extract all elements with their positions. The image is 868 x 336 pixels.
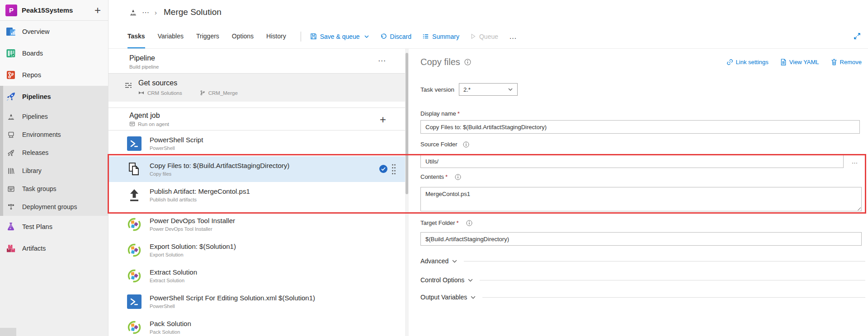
info-icon[interactable] [464,59,471,65]
task-row-power-devops-tool-installer[interactable]: Power DevOps Tool InstallerPower DevOps … [108,211,406,237]
sidebar-item-library[interactable]: Library [0,162,108,180]
sidebar-item-overview[interactable]: Overview [0,21,108,42]
power-devops-icon [127,243,142,258]
sidebar-item-label: Deployment groups [22,203,77,210]
target-folder-label: Target Folder* [420,219,472,226]
toolbar-more-button[interactable]: … [509,32,518,41]
task-version-dropdown[interactable]: 2.* [459,83,518,96]
play-icon [470,33,476,39]
drag-handle[interactable] [392,163,396,175]
link-settings-button[interactable]: Link settings [726,59,769,65]
display-name-input[interactable] [420,120,860,134]
fullscreen-icon[interactable] [854,33,861,40]
azure-devops-pipeline-editor: P Peak15Systems + Overview Boards Repos … [0,0,868,336]
page-title: Merge Solution [164,7,222,17]
sidebar-item-releases[interactable]: Releases [0,144,108,162]
task-list-scrollbar[interactable] [405,49,409,336]
info-icon[interactable] [463,141,469,148]
display-name-label: Display name* [420,110,460,117]
sources-icon [124,81,133,102]
task-row-export-solution[interactable]: Export Solution: $(Solution1)Export Solu… [108,237,406,263]
section-control-options[interactable]: Control Options [420,275,865,285]
artifacts-icon [5,243,16,254]
sidebar-pipelines-group: Pipelines Pipelines Environments Release… [0,86,108,216]
content-area: Pipeline Build pipeline ⋯ Get sources CR… [108,49,868,336]
agent-job-header[interactable]: Agent job Run on agent + [108,107,406,131]
tab-triggers[interactable]: Triggers [196,24,219,48]
sidebar-item-label: Repos [22,71,41,79]
contents-textarea[interactable]: MergeContol.ps1 [420,187,862,211]
section-output-variables[interactable]: Output Variables [420,292,865,303]
publish-artifact-icon [127,187,142,203]
branch-name: CRM_Merge [208,90,238,96]
breadcrumb-more-button[interactable]: ⋯ [142,8,150,17]
pipeline-subtitle: Build pipeline [129,64,406,70]
task-enabled-check-icon[interactable] [379,164,388,173]
task-row-extract-solution[interactable]: Extract SolutionExtract Solution [108,263,406,289]
sidebar-item-test-plans[interactable]: Test Plans [0,216,108,238]
task-row-powershell-script[interactable]: PowerShell ScriptPowerShell [108,131,406,156]
project-logo: P [5,5,17,16]
test-plans-icon [5,221,16,232]
powershell-icon [127,136,142,151]
get-sources-title: Get sources [138,79,238,87]
tab-tasks[interactable]: Tasks [127,24,145,48]
discard-button[interactable]: Discard [380,33,411,40]
contents-label: Contents* [420,173,461,180]
project-header[interactable]: P Peak15Systems + [0,0,108,21]
sidebar-item-label: Test Plans [22,223,52,230]
chevron-down-icon [508,87,513,92]
sidebar-item-boards[interactable]: Boards [0,42,108,64]
add-task-button[interactable]: + [380,113,386,126]
pipeline-more-button[interactable]: ⋯ [378,56,386,65]
chevron-down-icon [452,258,458,264]
task-detail-panel: Copy files Link settings View YAML [420,49,868,336]
environments-icon [5,131,16,139]
task-rows: PowerShell ScriptPowerShell Copy Files t… [108,131,406,336]
task-row-copy-files[interactable]: Copy Files to: $(Build.ArtifactStagingDi… [108,156,406,182]
tab-variables[interactable]: Variables [158,24,184,48]
get-sources-row[interactable]: Get sources CRM Solutions CRM_Merge [108,74,406,102]
task-detail-title: Copy files [420,57,460,67]
sidebar-item-pipelines-builds[interactable]: Pipelines [0,107,108,126]
task-version-label: Task version [420,86,454,93]
info-icon[interactable] [466,220,472,226]
repos-icon [5,70,16,80]
sidebar-item-deployment-groups[interactable]: Deployment groups [0,198,108,216]
scrollbar-thumb[interactable] [406,53,408,194]
remove-task-button[interactable]: Remove [831,59,862,65]
section-divider [482,297,865,298]
overview-icon [5,26,16,37]
agent-icon [129,121,135,127]
tab-options[interactable]: Options [232,24,254,48]
save-and-queue-button[interactable]: Save & queue [310,33,369,40]
queue-button[interactable]: Queue [470,33,498,40]
sidebar-item-artifacts[interactable]: Artifacts [0,238,108,259]
task-row-powershell-edit-solution[interactable]: PowerShell Script For Editing Solution.x… [108,289,406,314]
library-icon [5,167,16,175]
sidebar-item-task-groups[interactable]: Task groups [0,180,108,198]
pipeline-header[interactable]: Pipeline Build pipeline ⋯ [108,49,406,74]
sidebar-item-environments[interactable]: Environments [0,126,108,144]
task-row-pack-solution[interactable]: Pack SolutionPack Solution [108,314,406,336]
pipeline-task-list: Pipeline Build pipeline ⋯ Get sources CR… [108,49,406,336]
browse-source-folder-button[interactable]: … [847,154,863,168]
summary-button[interactable]: Summary [422,33,459,40]
task-row-publish-artifact[interactable]: Publish Artifact: MergeContol.ps1Publish… [108,182,406,208]
save-icon [310,33,317,40]
add-project-button[interactable]: + [93,5,103,16]
sidebar-item-pipelines[interactable]: Pipelines [0,86,108,107]
sidebar-lower: Test Plans Artifacts [0,216,108,336]
agent-job-title: Agent job [129,112,406,120]
tab-history[interactable]: History [266,24,286,48]
sidebar-item-repos[interactable]: Repos [0,64,108,86]
pipeline-definition-icon [129,9,137,16]
section-advanced[interactable]: Advanced [420,256,865,266]
undo-icon [380,33,387,40]
link-icon [726,59,733,65]
info-icon[interactable] [455,174,461,180]
view-yaml-button[interactable]: View YAML [780,59,819,65]
target-folder-input[interactable] [420,232,862,246]
source-folder-input[interactable] [420,154,844,168]
copy-files-icon [127,162,142,177]
